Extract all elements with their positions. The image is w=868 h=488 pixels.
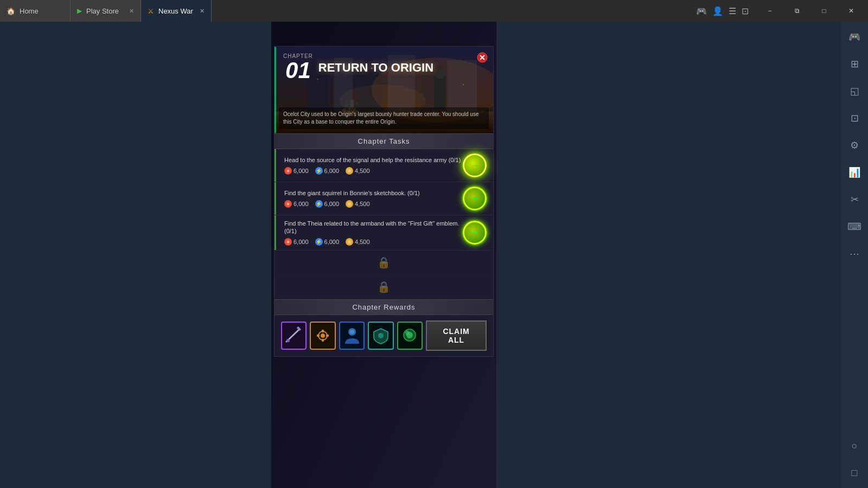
sidebar-screenshot-icon[interactable]: ⊡ — [846, 110, 863, 127]
svg-rect-16 — [434, 76, 446, 109]
sidebar-square-icon[interactable]: □ — [846, 464, 863, 481]
main-area: Chapter 01 RETURN TO ORIGIN Ocelot City … — [0, 22, 841, 488]
maximize-button[interactable]: □ — [812, 3, 837, 19]
chapter-name: RETURN TO ORIGIN — [318, 61, 433, 75]
task-content-2: Find the giant squirrel in Bonnie's sket… — [281, 189, 463, 207]
reward-val-blue-1: 6,000 — [324, 168, 340, 174]
sidebar-cut-icon[interactable]: ✂ — [846, 191, 863, 208]
sidebar-circle-icon[interactable]: ○ — [846, 437, 863, 454]
reward-icon-gold-1: ★ — [346, 167, 353, 175]
reward-icon-red-1: ● — [284, 167, 292, 175]
task-rewards-2: ● 6,000 ⚡ 6,000 ★ 4,500 — [284, 200, 463, 208]
reward-gold-3: ★ 4,500 — [346, 238, 370, 246]
task-title-2: Find the giant squirrel in Bonnie's sket… — [284, 189, 463, 197]
nexuswar-tab-icon: ⚔ — [148, 7, 154, 15]
screenshot2-icon[interactable]: ⊡ — [742, 6, 749, 16]
browser-chrome: 🏠 Home ▶ Play Store ✕ ⚔ Nexus War ✕ 🎮 👤 … — [0, 0, 868, 22]
task-arrow-1[interactable]: → — [463, 153, 487, 177]
reward-slot-2[interactable] — [310, 322, 335, 350]
reward-gold-1: ★ 4,500 — [346, 167, 370, 175]
tab-nexuswar[interactable]: ⚔ Nexus War ✕ — [141, 0, 212, 22]
right-panel — [499, 22, 841, 488]
reward-red-3: ● 6,000 — [284, 238, 309, 246]
gamepad-icon[interactable]: 🎮 — [846, 28, 863, 46]
tab-home[interactable]: 🏠 Home — [0, 0, 71, 22]
reward-slot-1[interactable] — [281, 322, 307, 350]
svg-rect-33 — [322, 339, 324, 342]
svg-point-31 — [321, 333, 325, 338]
restore-button[interactable]: ⧉ — [784, 3, 809, 19]
reward-slot-5[interactable] — [397, 322, 423, 350]
reward-blue-3: ⚡ 6,000 — [315, 238, 340, 246]
browser-icon-area: 🎮 👤 ☰ ⊡ — [692, 6, 753, 16]
reward-slot-4[interactable] — [368, 322, 393, 350]
lock-icon-5: 🔒 — [377, 280, 391, 293]
minimize-button[interactable]: − — [757, 3, 782, 19]
task-arrow-2[interactable]: → — [463, 187, 487, 210]
task-row-5-locked: 🔒 — [275, 275, 493, 299]
task-row-1: Head to the source of the signal and hel… — [275, 149, 493, 182]
task-bar-2 — [275, 182, 276, 215]
rewards-header: Chapter Rewards — [275, 299, 493, 315]
task-rewards-1: ● 6,000 ⚡ 6,000 ★ 4,500 — [284, 167, 463, 175]
sidebar-resize-icon[interactable]: ◱ — [846, 82, 863, 100]
reward-val-gold-1: 4,500 — [355, 168, 370, 174]
playstore-tab-close[interactable]: ✕ — [129, 8, 134, 15]
reward-icon-red-3: ● — [284, 238, 292, 246]
rewards-row: CLAIM ALL — [275, 315, 493, 356]
reward-val-gold-2: 4,500 — [355, 201, 370, 207]
playstore-tab-label: Play Store — [86, 7, 119, 15]
sidebar-chart-icon[interactable]: 📊 — [846, 164, 863, 181]
task-title-1: Head to the source of the signal and hel… — [284, 156, 463, 164]
reward-gold-2: ★ 4,500 — [346, 200, 370, 208]
reward-slot-3[interactable] — [339, 322, 365, 350]
reward-icon-gold-2: ★ — [346, 200, 353, 208]
close-button[interactable]: ✕ — [839, 3, 864, 19]
sidebar-right: 🎮 ⊞ ◱ ⊡ ⚙ 📊 ✂ ⌨ ⋯ ○ □ — [841, 22, 868, 488]
left-panel — [0, 22, 271, 488]
chapter-title-area: Chapter 01 RETURN TO ORIGIN — [283, 53, 433, 82]
task-content-1: Head to the source of the signal and hel… — [281, 156, 463, 174]
menu-icon[interactable]: ☰ — [729, 6, 736, 16]
tab-bar: 🏠 Home ▶ Play Store ✕ ⚔ Nexus War ✕ — [0, 0, 692, 22]
svg-point-44 — [406, 332, 413, 338]
chapter-number: 01 — [285, 59, 311, 82]
window-controls: − ⧉ □ ✕ — [753, 3, 868, 19]
grid-icon[interactable]: ⊞ — [846, 55, 863, 73]
home-tab-icon: 🏠 — [7, 7, 15, 15]
tasks-header: Chapter Tasks — [275, 133, 493, 149]
home-tab-label: Home — [20, 7, 39, 15]
svg-point-20 — [463, 84, 464, 85]
chapter-description: Ocelot City used to be Origin's largest … — [279, 107, 489, 129]
nexuswar-tab-close[interactable]: ✕ — [200, 8, 205, 15]
playstore-tab-icon: ▶ — [77, 7, 82, 15]
reward-red-2: ● 6,000 — [284, 200, 309, 208]
sidebar-settings-icon[interactable]: ⚙ — [846, 137, 863, 154]
reward-val-red-3: 6,000 — [293, 239, 309, 245]
reward-val-red-1: 6,000 — [293, 168, 309, 174]
svg-rect-34 — [317, 335, 320, 337]
chapter-header: Chapter 01 RETURN TO ORIGIN Ocelot City … — [275, 47, 493, 133]
sidebar-keyboard-icon[interactable]: ⌨ — [846, 218, 863, 235]
task-row-2: Find the giant squirrel in Bonnie's sket… — [275, 182, 493, 215]
tab-playstore[interactable]: ▶ Play Store ✕ — [71, 0, 141, 22]
claim-all-button[interactable]: CLAIM ALL — [426, 320, 487, 351]
task-arrow-3[interactable]: → — [463, 221, 487, 245]
modal-close-button[interactable] — [476, 51, 489, 64]
controller-icon[interactable]: 🎮 — [696, 6, 707, 16]
svg-rect-35 — [326, 335, 329, 337]
reward-icon-blue-1: ⚡ — [315, 167, 323, 175]
reward-icon-blue-2: ⚡ — [315, 200, 323, 208]
reward-val-red-2: 6,000 — [293, 201, 309, 207]
reward-icon-red-2: ● — [284, 200, 292, 208]
lock-icon-4: 🔒 — [377, 256, 391, 269]
sidebar-dots-icon[interactable]: ⋯ — [846, 245, 863, 262]
reward-blue-1: ⚡ 6,000 — [315, 167, 340, 175]
reward-val-blue-3: 6,000 — [324, 239, 340, 245]
reward-val-gold-3: 4,500 — [355, 239, 370, 245]
task-bar-1 — [275, 149, 276, 182]
task-row-3: Find the Theia related to the armband wi… — [275, 215, 493, 251]
task-bar-3 — [275, 215, 276, 250]
task-rewards-3: ● 6,000 ⚡ 6,000 ★ 4,500 — [284, 238, 463, 246]
account-icon[interactable]: 👤 — [712, 6, 723, 16]
